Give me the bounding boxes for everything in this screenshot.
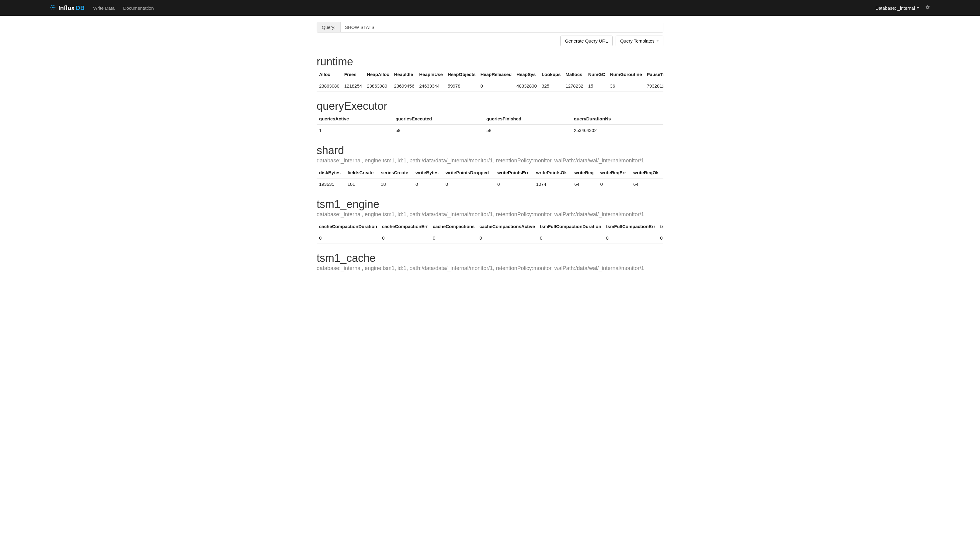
table-cell: 0 <box>379 232 430 244</box>
table-cell: 0 <box>443 178 495 190</box>
section-tsm1-cache-subtitle: database:_internal, engine:tsm1, id:1, p… <box>317 265 663 272</box>
table-cell: 23863080 <box>317 80 342 92</box>
table-header: writePointsOk <box>534 167 572 178</box>
table-cell: 23863080 <box>364 80 392 92</box>
table-cell: 36 <box>608 80 644 92</box>
caret-down-icon <box>917 7 919 9</box>
query-actions: Generate Query URL Query Templates <box>317 35 663 46</box>
table-header: HeapSys <box>514 69 539 80</box>
table-cell: 15 <box>586 80 608 92</box>
gear-icon[interactable] <box>925 5 930 11</box>
table-cell: 7932812 <box>644 80 663 92</box>
caret-down-icon <box>657 40 659 41</box>
table-row: 19363510118000107464064 <box>317 178 663 190</box>
table-header: writeReqErr <box>598 167 631 178</box>
table-cell: 0 <box>317 232 379 244</box>
table-cell: 325 <box>539 80 563 92</box>
table-header: PauseTotalNs <box>644 69 663 80</box>
table-header: NumGC <box>586 69 608 80</box>
table-header: queriesFinished <box>484 113 572 125</box>
table-cell: 64 <box>572 178 598 190</box>
table-cell: 59978 <box>445 80 478 92</box>
table-header: cacheCompactions <box>430 221 477 232</box>
logo-text-db: DB <box>76 5 84 11</box>
table-cell: 0 <box>495 178 534 190</box>
table-header: Alloc <box>317 69 342 80</box>
table-header: HeapInUse <box>417 69 445 80</box>
database-selector-label: Database: _internal <box>875 5 915 11</box>
queryexecutor-table: queriesActivequeriesExecutedqueriesFinis… <box>317 113 663 136</box>
query-templates-button[interactable]: Query Templates <box>616 35 663 46</box>
tsm1-engine-table: cacheCompactionDurationcacheCompactionEr… <box>317 221 663 244</box>
table-header: queriesActive <box>317 113 393 125</box>
section-shard-subtitle: database:_internal, engine:tsm1, id:1, p… <box>317 158 663 164</box>
table-cell: 0 <box>478 80 514 92</box>
table-row: 2386308012182542386308023699456246333445… <box>317 80 663 92</box>
section-queryexecutor-title: queryExecutor <box>317 100 663 113</box>
app-logo[interactable]: InfluxDB <box>50 4 84 12</box>
table-header: NumGoroutine <box>608 69 644 80</box>
table-row: 15958253464302 <box>317 125 663 136</box>
table-header: HeapReleased <box>478 69 514 80</box>
top-navbar: InfluxDB Write Data Documentation Databa… <box>0 0 980 16</box>
nav-documentation[interactable]: Documentation <box>123 5 154 11</box>
table-cell: 0 <box>598 178 631 190</box>
table-header: cacheCompactionErr <box>379 221 430 232</box>
query-label: Query: <box>317 22 341 32</box>
table-header: Frees <box>342 69 364 80</box>
table-cell: 18 <box>378 178 413 190</box>
query-input[interactable] <box>341 22 663 32</box>
table-cell: 1278232 <box>563 80 585 92</box>
table-header: tsmFullCompactionErr <box>604 221 658 232</box>
table-cell: 0 <box>658 232 663 244</box>
table-cell: 48332800 <box>514 80 539 92</box>
table-cell: 23699456 <box>392 80 417 92</box>
table-header: diskBytes <box>317 167 345 178</box>
table-cell: 59 <box>393 125 484 136</box>
table-header: tsmFullCompactions <box>658 221 663 232</box>
table-header: Mallocs <box>563 69 585 80</box>
table-header: writeReq <box>572 167 598 178</box>
table-cell: 253464302 <box>572 125 663 136</box>
table-header: writeReqOk <box>631 167 663 178</box>
table-header: HeapObjects <box>445 69 478 80</box>
svg-point-3 <box>51 5 52 6</box>
table-header: Lookups <box>539 69 563 80</box>
table-header: writeBytes <box>413 167 443 178</box>
table-header: HeapAlloc <box>364 69 392 80</box>
section-tsm1-cache-title: tsm1_cache <box>317 252 663 264</box>
svg-point-6 <box>54 8 54 10</box>
table-cell: 24633344 <box>417 80 445 92</box>
database-selector[interactable]: Database: _internal <box>875 5 919 11</box>
table-header: cacheCompactionDuration <box>317 221 379 232</box>
query-templates-label: Query Templates <box>620 38 655 43</box>
table-header: HeapIdle <box>392 69 417 80</box>
shard-table: diskBytesfieldsCreateseriesCreatewriteBy… <box>317 167 663 190</box>
table-header: writePointsDropped <box>443 167 495 178</box>
svg-point-0 <box>52 6 54 8</box>
section-tsm1-engine-subtitle: database:_internal, engine:tsm1, id:1, p… <box>317 211 663 218</box>
logo-text-influx: Influx <box>58 5 75 11</box>
table-header: cacheCompactionsActive <box>477 221 537 232</box>
query-bar: Query: <box>317 22 663 33</box>
section-runtime-title: runtime <box>317 55 663 68</box>
table-header: seriesCreate <box>378 167 413 178</box>
table-header: tsmFullCompactionDuration <box>537 221 604 232</box>
table-row: 00000000 <box>317 232 663 244</box>
generate-query-url-button[interactable]: Generate Query URL <box>560 35 613 46</box>
table-cell: 101 <box>345 178 378 190</box>
table-cell: 64 <box>631 178 663 190</box>
section-shard-title: shard <box>317 144 663 157</box>
main-content: Query: Generate Query URL Query Template… <box>312 16 668 281</box>
svg-point-2 <box>54 7 55 8</box>
svg-point-5 <box>51 8 52 10</box>
table-header: writePointsErr <box>495 167 534 178</box>
table-cell: 0 <box>604 232 658 244</box>
influxdb-logo-icon <box>50 4 56 12</box>
table-cell: 0 <box>430 232 477 244</box>
table-cell: 1074 <box>534 178 572 190</box>
table-header: queryDurationNs <box>572 113 663 125</box>
table-cell: 0 <box>477 232 537 244</box>
nav-write-data[interactable]: Write Data <box>93 5 115 11</box>
table-cell: 0 <box>537 232 604 244</box>
